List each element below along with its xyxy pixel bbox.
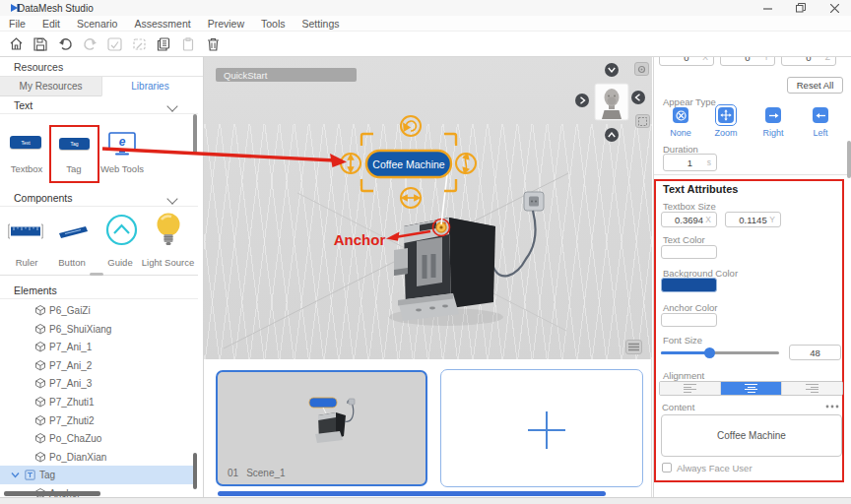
datamesh-studio-window: DataMesh Studio File Edit Scenario Asses… <box>0 0 851 504</box>
projection-mode-icon[interactable] <box>635 114 650 128</box>
element-row[interactable]: P7_Ani_2 <box>0 356 193 375</box>
cube-icon <box>35 342 45 352</box>
web-tools-icon[interactable]: e <box>107 132 137 158</box>
duration-input[interactable]: 1s <box>663 154 717 171</box>
scene-1-label: 01Scene_1 <box>228 468 286 478</box>
scenes-scrollbar[interactable] <box>218 491 606 496</box>
element-row[interactable]: P7_Zhuti1 <box>0 393 193 411</box>
app-title: DataMesh Studio <box>18 3 94 14</box>
textbox-item-label: Textbox <box>4 163 49 174</box>
textbox-item-thumbnail[interactable]: Text <box>10 136 41 149</box>
power-socket[interactable] <box>524 192 544 211</box>
inspector-scrollbar-thumb[interactable] <box>847 141 851 178</box>
textbox-size-y-input[interactable]: 0.1145Y <box>725 212 781 227</box>
properties-panel: 0X 0Y 0Z Reset All Appear Type None Zoom… <box>653 57 851 497</box>
coffee-machine-model[interactable] <box>394 218 495 321</box>
scene-3d-viewport[interactable]: Coffee Machine Anchor <box>204 57 652 359</box>
element-row[interactable]: Po_DianXian <box>0 448 193 467</box>
title-bar: DataMesh Studio <box>0 0 851 16</box>
undo-icon[interactable] <box>57 36 73 52</box>
element-row[interactable]: Po_ChaZuo <box>0 429 193 448</box>
scene-3d-content: Coffee Machine Anchor <box>204 57 652 359</box>
paste-icon <box>180 36 196 52</box>
gizmo-settings-icon[interactable] <box>634 62 649 76</box>
guide-icon[interactable] <box>105 214 138 246</box>
element-row[interactable]: P7_Ani_1 <box>0 338 193 356</box>
chevron-down-icon[interactable] <box>11 471 20 479</box>
elements-section-header: Elements <box>0 282 198 299</box>
element-row[interactable]: P7_Ani_3 <box>0 374 193 393</box>
element-row[interactable]: P7_Zhuti2 <box>0 411 193 430</box>
textbox-size-label: Textbox Size <box>663 201 716 212</box>
menu-scenario[interactable]: Scenario <box>77 18 117 30</box>
reset-all-button[interactable]: Reset All <box>787 77 843 94</box>
menu-preview[interactable]: Preview <box>208 18 244 30</box>
orbit-right-button[interactable] <box>575 94 589 107</box>
light-source-icon[interactable] <box>155 212 182 248</box>
components-section-header[interactable]: Components <box>0 189 198 207</box>
more-options-icon[interactable] <box>825 405 839 409</box>
tab-libraries[interactable]: Libraries <box>101 77 198 96</box>
ruler-icon[interactable] <box>8 222 43 240</box>
tag-highlight-frame <box>49 125 99 183</box>
scene-thumbnail-1[interactable]: 01Scene_1 <box>216 370 427 486</box>
align-center-button[interactable] <box>721 382 782 395</box>
element-row[interactable]: P6_ShuiXiang <box>0 320 193 339</box>
menu-settings[interactable]: Settings <box>302 18 340 30</box>
position-x-input[interactable]: 0X <box>659 57 714 66</box>
tag-3d[interactable]: Coffee Machine <box>366 151 451 177</box>
menu-file[interactable]: File <box>9 18 26 30</box>
background-color-swatch[interactable] <box>661 278 717 292</box>
redo-icon <box>82 36 98 52</box>
appear-right-button[interactable] <box>765 107 781 123</box>
elements-hscrollbar-thumb[interactable] <box>4 491 100 496</box>
orbit-left-button[interactable] <box>631 91 645 104</box>
font-size-slider-handle[interactable] <box>704 347 715 358</box>
position-z-input[interactable]: 0Z <box>781 57 836 66</box>
font-size-input[interactable]: 48 <box>789 345 841 360</box>
tag-3d-label: Coffee Machine <box>372 158 445 170</box>
element-row[interactable]: P6_GaiZi <box>0 301 193 320</box>
content-textarea[interactable]: Coffee Machine <box>661 414 842 457</box>
menu-tools[interactable]: Tools <box>261 18 286 30</box>
font-size-slider-fill <box>661 351 710 354</box>
textbox-size-x-input[interactable]: 0.3694X <box>661 212 717 227</box>
appear-zoom-button[interactable] <box>718 107 734 123</box>
tag-type-icon <box>25 470 35 480</box>
app-logo-icon <box>10 3 20 13</box>
copy-icon[interactable] <box>156 36 171 52</box>
toolbar <box>0 32 851 57</box>
tab-my-resources[interactable]: My Resources <box>0 77 101 96</box>
align-left-button[interactable] <box>660 382 721 395</box>
delete-icon[interactable] <box>205 36 221 52</box>
cube-icon <box>35 378 45 389</box>
minimize-icon[interactable] <box>751 0 784 16</box>
orbit-up-button[interactable] <box>605 128 619 142</box>
scene-layers-icon[interactable] <box>625 340 642 354</box>
position-y-input[interactable]: 0Y <box>720 57 775 66</box>
always-face-user-checkbox[interactable] <box>662 463 672 472</box>
cube-icon <box>35 415 45 426</box>
close-icon[interactable] <box>818 0 851 16</box>
anchor-color-swatch[interactable] <box>661 313 717 327</box>
align-right-button[interactable] <box>782 382 842 395</box>
text-color-swatch[interactable] <box>661 245 717 259</box>
text-section-header[interactable]: Text <box>0 96 198 114</box>
appear-left-button[interactable] <box>813 107 828 123</box>
scenes-strip: 01Scene_1 <box>204 359 652 497</box>
elements-scrollbar-thumb[interactable] <box>193 453 197 489</box>
home-icon[interactable] <box>8 36 24 52</box>
menu-assessment[interactable]: Assessment <box>134 18 190 30</box>
button-icon[interactable] <box>55 222 91 240</box>
chevron-down-icon <box>166 193 177 204</box>
menu-edit[interactable]: Edit <box>42 18 60 30</box>
splitter-handle-icon[interactable] <box>90 273 103 276</box>
save-icon[interactable] <box>33 36 48 52</box>
web-tools-item-label: Web Tools <box>99 163 145 174</box>
sidebar-scrollbar-thumb[interactable] <box>193 114 197 154</box>
orbit-down-button[interactable] <box>605 63 619 77</box>
add-scene-thumbnail[interactable] <box>440 369 643 487</box>
appear-none-button[interactable] <box>673 107 688 123</box>
restore-icon[interactable] <box>784 0 818 16</box>
element-row-tag-selected[interactable]: Tag <box>0 466 193 484</box>
